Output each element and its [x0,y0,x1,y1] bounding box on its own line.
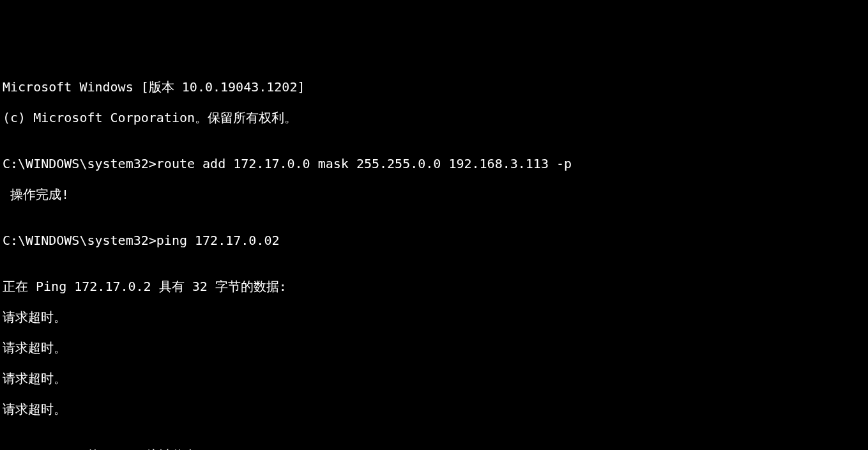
prompt-1: C:\WINDOWS\system32> [3,156,156,171]
terminal-window[interactable]: Microsoft Windows [版本 10.0.19043.1202] (… [3,64,865,450]
ping-stats-header: 172.17.0.2 的 Ping 统计信息: [3,447,865,450]
ping-timeout-line: 请求超时。 [3,371,865,386]
command-line-2: C:\WINDOWS\system32>ping 172.17.0.02 [3,233,865,248]
ping-timeout-line: 请求超时。 [3,340,865,355]
route-result: 操作完成! [3,187,865,202]
prompt-2: C:\WINDOWS\system32> [3,233,156,248]
os-version-line: Microsoft Windows [版本 10.0.19043.1202] [3,79,865,95]
ping-timeout-line: 请求超时。 [3,309,865,325]
ping-command: ping 172.17.0.02 [156,233,280,248]
copyright-line: (c) Microsoft Corporation。保留所有权利。 [3,110,865,125]
ping-timeout-line: 请求超时。 [3,401,865,417]
ping-header-line: 正在 Ping 172.17.0.2 具有 32 字节的数据: [3,279,865,294]
command-line-1: C:\WINDOWS\system32>route add 172.17.0.0… [3,156,865,171]
route-add-command: route add 172.17.0.0 mask 255.255.0.0 19… [156,156,572,171]
